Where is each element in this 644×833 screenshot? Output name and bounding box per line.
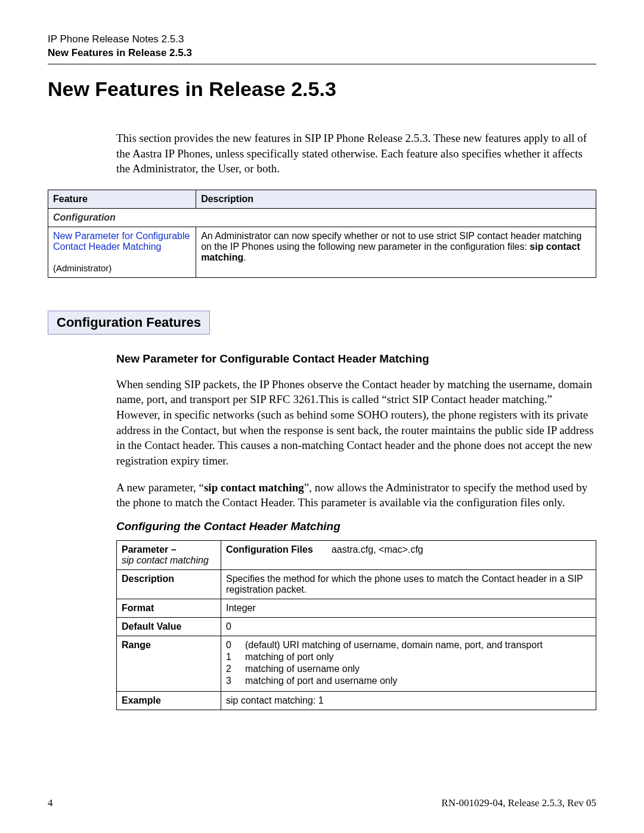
default-value: 0 [221,617,596,636]
running-head: IP Phone Release Notes 2.5.3 New Feature… [48,33,596,60]
config-files-cell: Configuration Files aastra.cfg, <mac>.cf… [221,540,596,569]
feature-col-header: Feature [48,190,196,208]
table-row: Range 0(default) URI matching of usernam… [117,636,596,691]
default-label: Default Value [117,617,221,636]
description-label: Description [117,569,221,599]
range-num-1: 1 [226,652,234,662]
section-heading-box: Configuration Features [48,311,210,335]
feature-cell: New Parameter for Configurable Contact H… [48,227,196,277]
format-label: Format [117,599,221,617]
feature-table: Feature Description Configuration New Pa… [48,190,596,278]
param-dash: – [168,544,176,555]
table-row: Example sip contact matching: 1 [117,691,596,710]
range-text-2: matching of username only [245,664,360,674]
feature-description-cell: An Administrator can now specify whether… [196,227,596,277]
param-label-cell: Parameter – sip contact matching [117,540,221,569]
table-row: Description Specifies the method for whi… [117,569,596,599]
running-head-line1: IP Phone Release Notes 2.5.3 [48,33,596,47]
range-num-0: 0 [226,640,234,651]
feature-category-row: Configuration [48,208,596,227]
feature-link[interactable]: New Parameter for Configurable Contact H… [53,231,190,252]
format-value: Integer [221,599,596,617]
parameter-label: Parameter [122,544,168,555]
config-subheading: Configuring the Contact Header Matching [116,520,596,533]
config-files-value: aastra.cfg, <mac>.cfg [332,544,423,555]
page-footer: 4 RN-001029-04, Release 2.5.3, Rev 05 [48,797,596,809]
description-col-header: Description [196,190,596,208]
range-label: Range [117,636,221,691]
intro-paragraph: This section provides the new features i… [116,131,596,176]
range-cell: 0(default) URI matching of username, dom… [221,636,596,691]
example-value: sip contact matching: 1 [221,691,596,710]
table-row: Default Value 0 [117,617,596,636]
subsection-heading: New Parameter for Configurable Contact H… [116,352,596,366]
running-head-line2: New Features in Release 2.5.3 [48,47,596,60]
parameter-name: sip contact matching [122,555,209,565]
config-files-label: Configuration Files [226,544,313,555]
range-text-3: matching of port and username only [245,676,397,686]
header-rule [48,64,596,64]
page-number: 4 [48,797,53,809]
body-paragraph-1: When sending SIP packets, the IP Phones … [116,377,596,469]
para2-pre: A new parameter, “ [116,481,204,494]
body-paragraph-2: A new parameter, “sip contact matching”,… [116,480,596,510]
table-row: New Parameter for Configurable Contact H… [48,227,596,277]
table-row: Format Integer [117,599,596,617]
range-num-3: 3 [226,676,234,686]
table-row: Parameter – sip contact matching Configu… [117,540,596,569]
parameter-table: Parameter – sip contact matching Configu… [116,540,596,710]
range-num-2: 2 [226,664,234,674]
range-text-1: matching of port only [245,652,334,662]
range-text-0: (default) URI matching of username, doma… [245,640,543,651]
example-label: Example [117,691,221,710]
feature-role: (Administrator) [53,263,112,273]
para2-bold: sip contact matching [204,481,304,494]
doc-id: RN-001029-04, Release 2.5.3, Rev 05 [441,797,596,809]
description-value: Specifies the method for which the phone… [221,569,596,599]
feature-desc-pre: An Administrator can now specify whether… [201,231,581,252]
feature-desc-post: . [243,252,246,262]
page-title: New Features in Release 2.5.3 [48,78,596,101]
